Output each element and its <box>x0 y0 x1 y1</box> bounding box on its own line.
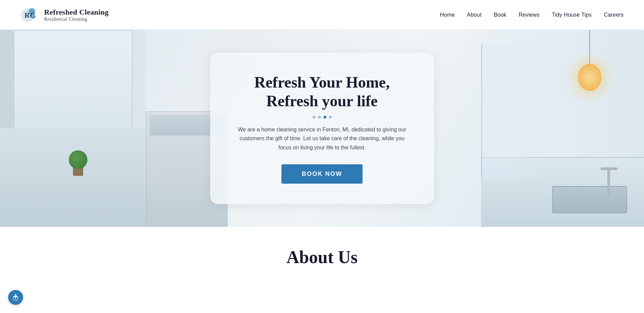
nav-book[interactable]: Book <box>494 12 506 18</box>
dot-2[interactable] <box>318 116 321 118</box>
dot-1[interactable] <box>313 116 315 118</box>
staircase <box>481 43 569 179</box>
nav-reviews[interactable]: Reviews <box>519 12 540 18</box>
logo-area: RC Refreshed Cleaning Residential Cleani… <box>20 5 109 24</box>
svg-text:RC: RC <box>24 11 35 19</box>
faucet <box>607 167 610 195</box>
main-nav: Home About Book Reviews Tidy House Tips … <box>440 12 624 18</box>
hero-description: We are a home cleaning service in Fenton… <box>234 125 410 152</box>
nav-careers[interactable]: Careers <box>604 12 624 18</box>
nav-tips[interactable]: Tidy House Tips <box>552 12 592 18</box>
hero-card: Refresh Your Home, Refresh your life We … <box>210 53 434 204</box>
pendant-light <box>576 30 603 98</box>
nav-home[interactable]: Home <box>440 12 455 18</box>
dot-4[interactable] <box>329 116 332 118</box>
brand-name: Refreshed Cleaning <box>44 8 109 17</box>
sink <box>552 186 627 213</box>
hero-dots <box>234 116 410 118</box>
hero-title: Refresh Your Home, Refresh your life <box>234 73 410 110</box>
nav-about[interactable]: About <box>467 12 482 18</box>
kitchen-left-cabinets <box>0 30 146 227</box>
book-now-button[interactable]: BOOK NOW <box>281 164 363 184</box>
plant <box>68 149 88 176</box>
logo-text: Refreshed Cleaning Residential Cleaning <box>44 8 109 22</box>
about-title: About Us <box>20 247 624 267</box>
logo-icon: RC <box>20 5 39 24</box>
dot-3[interactable] <box>324 116 326 118</box>
site-header: RC Refreshed Cleaning Residential Cleani… <box>0 0 644 30</box>
about-section: About Us <box>0 227 644 281</box>
brand-sub: Residential Cleaning <box>44 17 109 22</box>
hero-section: Refresh Your Home, Refresh your life We … <box>0 30 644 227</box>
